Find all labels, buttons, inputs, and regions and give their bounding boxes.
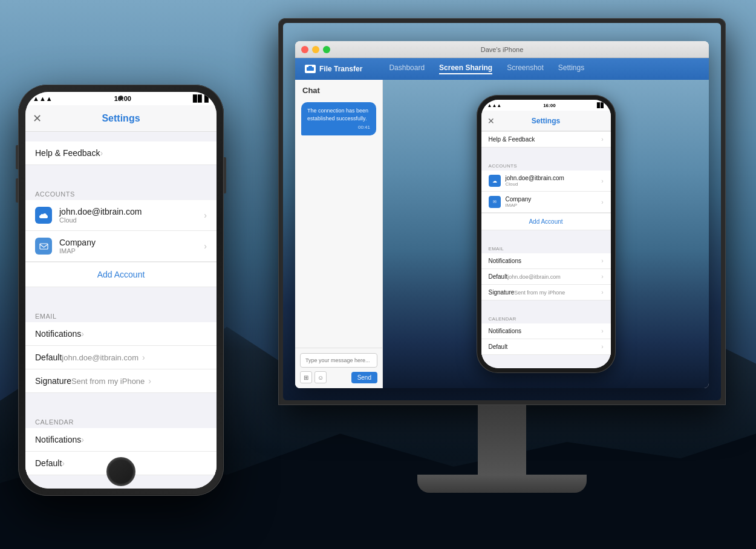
chat-panel: Chat The connection has been established… [295,80,383,388]
iphone-cloud-type: Cloud [59,216,204,224]
nav-settings[interactable]: Settings [558,63,584,74]
iphone-help-label: Help & Feedback [35,148,100,158]
iphone-close-icon[interactable]: ✕ [33,112,42,125]
monitor-account-cloud[interactable]: ☁ john.doe@itbrain.com Cloud › [481,171,611,192]
close-button[interactable] [301,46,308,53]
nav-dashboard[interactable]: Dashboard [389,63,425,74]
iphone-nav-title: Settings [102,113,140,124]
monitor-iphone-content: Help & Feedback › Accounts ☁ [481,131,611,368]
iphone-imap-account-text: Company IMAP [59,238,204,255]
iphone-cal-default-label: Default [35,458,62,468]
iphone-nav-bar: ✕ Settings [25,105,217,132]
monitor-stand-neck [478,405,526,478]
iphone-add-account[interactable]: Add Account [25,262,217,287]
monitor-sig-chevron: › [601,289,603,296]
monitor-help-label: Help & Feedback [489,136,602,143]
monitor-iphone-status-bar: ▲▲▲ 16:00 ▊▊ [481,100,611,111]
chat-send-button[interactable]: Send [351,372,377,383]
iphone-body: ▲▲▲ 16:00 ▊▊ ▊ ✕ Settings Help & Feedbac… [18,85,224,496]
svg-rect-2 [40,244,48,249]
iphone-email-header: Email [25,304,217,322]
iphone-cal-notif-chevron: › [81,435,84,444]
chat-emoji-icon[interactable]: ☺ [314,371,327,383]
monitor-add-account[interactable]: Add Account [481,213,611,230]
monitor-divider1 [481,148,611,158]
iphone-signature-value: Sent from my iPhone [71,377,145,386]
iphone-mail-icon [35,238,52,255]
iphone-email-default-chevron: › [142,352,145,362]
iphone-device: ▲▲▲ 16:00 ▊▊ ▊ ✕ Settings Help & Feedbac… [18,85,224,496]
monitor-calendar-notifications[interactable]: Notifications › [481,323,611,339]
monitor-account-imap-text: Company IMAP [506,196,532,208]
iphone-signal: ▲▲▲ [33,95,53,102]
iphone-power-button[interactable] [224,157,226,193]
monitor-email-default[interactable]: Default john.doe@itbrain.com › [481,269,611,285]
monitor-account-imap[interactable]: ✉ Company IMAP › [481,192,611,213]
chat-toolbar: ⊞ ☺ Send [300,371,377,383]
monitor-status-battery: ▊▊ [597,103,604,108]
nav-screenshot[interactable]: Screenshot [507,63,544,74]
screen-sharing-area: ▲▲▲ 16:00 ▊▊ ✕ Settings [383,80,709,388]
monitor-email-signature[interactable]: Signature Sent from my iPhone › [481,285,611,300]
monitor-cloud-email: john.doe@itbrain.com [506,175,564,181]
iphone-home-button[interactable] [106,457,135,486]
monitor-calendar-default[interactable]: Default › [481,339,611,355]
monitor-stand-base [417,475,587,493]
app-brand: File Transfer [305,65,362,73]
iphone-account-imap[interactable]: Company IMAP › [25,231,217,262]
iphone-accounts-header: Accounts [25,182,217,200]
iphone-account-cloud[interactable]: john.doe@itbrain.com Cloud › [25,200,217,231]
chat-input-area: ⊞ ☺ Send [295,348,382,388]
monitor-notif-chevron: › [601,258,603,264]
iphone-email-notif-label: Notifications [35,329,81,339]
monitor-cloud-chevron: › [601,178,603,184]
iphone-settings-content: Help & Feedback › Accounts john.doe@itbr… [25,132,217,489]
toolbar-nav: Dashboard Screen Sharing Screenshot Sett… [389,63,584,74]
iphone-imap-chevron: › [204,241,207,251]
iphone-calendar-header: Calendar [25,410,217,428]
brand-label: File Transfer [319,65,362,73]
monitor-status-signal: ▲▲▲ [487,103,502,108]
iphone-imap-email: Company [59,238,204,247]
iphone-vol-up[interactable] [16,145,18,169]
iphone-in-monitor: ▲▲▲ 16:00 ▊▊ ✕ Settings [477,95,616,373]
iphone-screen: ▲▲▲ 16:00 ▊▊ ▊ ✕ Settings Help & Feedbac… [25,92,217,489]
monitor-imap-type: IMAP [506,203,532,208]
iphone-vol-down[interactable] [16,178,18,203]
top-spacer [25,132,217,141]
maximize-button[interactable] [323,46,330,53]
chat-input[interactable] [300,353,377,368]
nav-screen-sharing[interactable]: Screen Sharing [439,63,492,74]
monitor-close-icon[interactable]: ✕ [487,116,495,126]
iphone-calendar-notifications[interactable]: Notifications › [25,428,217,452]
iphone-email-notif-chevron: › [81,329,84,339]
iphone-email-default[interactable]: Default john.doe@itbrain.com › [25,346,217,369]
iphone-help-chevron: › [100,148,103,158]
iphone-signature-chevron: › [148,376,151,386]
chat-attach-icon[interactable]: ⊞ [300,371,312,383]
iphone-help-feedback[interactable]: Help & Feedback › [25,141,217,165]
monitor: Dave's iPhone File Transfer Dashboard Sc… [266,18,738,514]
iphone-email-signature[interactable]: Signature Sent from my iPhone › [25,369,217,393]
iphone-email-default-value: john.doe@itbrain.com [62,353,138,362]
iphone-cal-notif-label: Notifications [35,435,81,444]
iphone-battery: ▊▊ ▊ [193,95,209,103]
monitor-account-cloud-text: john.doe@itbrain.com Cloud [506,175,564,187]
monitor-screen: Dave's iPhone File Transfer Dashboard Sc… [278,18,726,405]
monitor-email-header: Email [481,241,611,253]
monitor-divider3 [481,300,611,311]
monitor-cloud-type: Cloud [506,181,564,187]
monitor-help-cell[interactable]: Help & Feedback › [481,131,611,148]
monitor-divider2 [481,230,611,241]
iphone-cloud-chevron: › [204,210,207,220]
iphone-cloud-icon [35,207,52,224]
monitor-iphone-nav: ✕ Settings [481,111,611,131]
minimize-button[interactable] [312,46,319,53]
iphone-email-notifications[interactable]: Notifications › [25,322,217,346]
monitor-imap-email: Company [506,196,532,203]
monitor-mail-icon: ✉ [489,196,501,208]
iphone-in-monitor-screen: ▲▲▲ 16:00 ▊▊ ✕ Settings [481,100,611,368]
monitor-email-notifications[interactable]: Notifications › [481,253,611,269]
svg-rect-1 [308,66,312,68]
iphone-imap-type: IMAP [59,247,204,255]
